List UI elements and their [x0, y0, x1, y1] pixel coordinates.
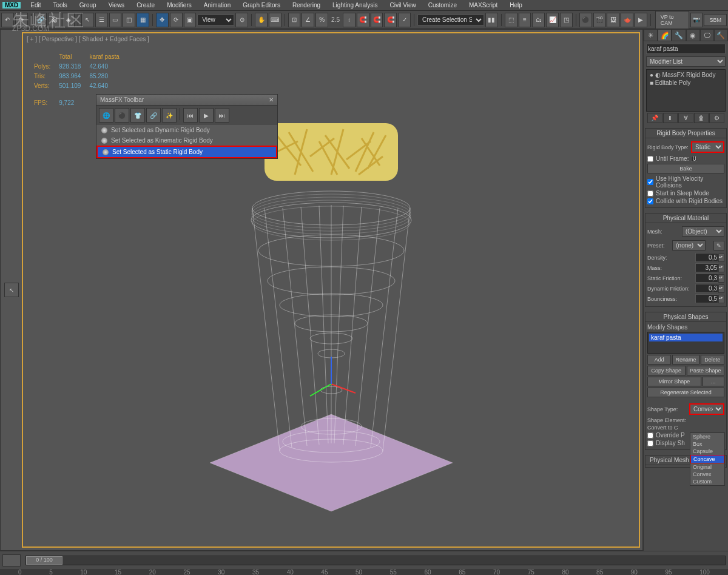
rename-shape-button[interactable]: Rename — [672, 355, 699, 365]
align-button[interactable]: ⬚ — [505, 13, 517, 27]
schematic-button[interactable]: ◳ — [560, 13, 573, 27]
vp-to-cam-button[interactable]: VP to CAM — [655, 11, 689, 29]
bake-button[interactable]: Bake — [647, 164, 724, 173]
render-button[interactable]: ▶ — [635, 13, 647, 27]
opt-box[interactable]: Box — [690, 440, 724, 448]
menu-group[interactable]: Group — [73, 1, 103, 10]
stack-unique-button[interactable]: ∀ — [678, 113, 693, 123]
ps-section-header[interactable]: Physical Shapes — [645, 312, 726, 322]
magnet2-button[interactable]: 🧲 — [371, 13, 383, 27]
modifier-list-dropdown[interactable]: Modifier List — [646, 56, 726, 67]
layers-button[interactable]: ≡ — [519, 13, 531, 27]
massfx-world-button[interactable]: 🌐 — [99, 108, 113, 123]
time-slider-thumb[interactable]: 0 / 100 — [26, 556, 62, 565]
sleep-checkbox[interactable] — [647, 190, 653, 197]
stack-show-button[interactable]: Ⅱ — [663, 113, 678, 123]
menu-animation[interactable]: Animation — [198, 1, 237, 10]
opt-convex[interactable]: Convex — [690, 471, 724, 478]
massfx-reset-button[interactable]: ⏮ — [183, 108, 198, 123]
sbm-button[interactable]: SBM — [704, 14, 727, 26]
massfx-kinematic-item[interactable]: Set Selected as Kinematic Rigid Body — [96, 135, 277, 146]
massfx-step-button[interactable]: ⏭ — [215, 108, 229, 123]
dynamic-friction-input[interactable] — [695, 284, 718, 293]
menu-modifiers[interactable]: Modifiers — [161, 1, 198, 10]
menu-customize[interactable]: Customize — [422, 1, 463, 10]
regenerate-button[interactable]: Regenerate Selected — [647, 388, 724, 397]
modify-tab[interactable]: 🌈 — [658, 29, 672, 41]
shapes-list[interactable]: karaf pasta — [647, 332, 724, 354]
curve-editor-button[interactable]: 📈 — [546, 13, 559, 27]
hierarchy-tab[interactable]: 🔧 — [672, 29, 686, 41]
mirror-options-button[interactable]: ... — [703, 377, 724, 386]
menu-civil[interactable]: Civil View — [384, 1, 422, 10]
opt-custom[interactable]: Custom — [690, 478, 724, 485]
render-frame-button[interactable]: 🖼 — [607, 13, 619, 27]
massfx-ragdoll-button[interactable]: ✨ — [162, 108, 177, 123]
stack-pin-button[interactable]: 📌 — [647, 113, 662, 123]
stack-config-button[interactable]: ⚙ — [709, 113, 724, 123]
time-slider[interactable]: 0 / 100 — [25, 556, 726, 565]
massfx-rigid-button[interactable]: ⚫ — [115, 108, 129, 123]
menu-create[interactable]: Create — [130, 1, 161, 10]
material-button[interactable]: ⚫ — [579, 13, 592, 27]
magnet-button[interactable]: 🧲 — [357, 13, 369, 27]
mesh-dropdown[interactable]: (Object) — [682, 226, 724, 237]
move-button[interactable]: ✥ — [156, 13, 169, 27]
paste-shape-button[interactable]: Paste Shape — [687, 366, 725, 375]
menu-lighting[interactable]: Lighting Analysis — [326, 1, 384, 10]
spellcheck-button[interactable]: ✓ — [398, 13, 411, 27]
stack-item-rigidbody[interactable]: ● ◐ MassFX Rigid Body — [648, 71, 724, 79]
override-checkbox[interactable] — [647, 432, 653, 439]
massfx-cloth-button[interactable]: 👕 — [130, 108, 145, 123]
pivot-button[interactable]: ⊙ — [235, 13, 248, 27]
snap-percent-button[interactable]: % — [315, 13, 328, 27]
vp-tool-1[interactable]: ↖ — [4, 283, 19, 297]
preset-edit-button[interactable]: ✎ — [713, 241, 724, 251]
timeline-toggle[interactable] — [2, 554, 21, 567]
render-setup-button[interactable]: 🎬 — [593, 13, 606, 27]
opt-sphere[interactable]: Sphere — [690, 433, 724, 440]
window-crossing-button[interactable]: ◫ — [123, 13, 135, 27]
collide-checkbox[interactable] — [647, 198, 653, 204]
menu-graph-editors[interactable]: Graph Editors — [237, 1, 286, 10]
until-frame-checkbox[interactable] — [647, 156, 653, 162]
opt-capsule[interactable]: Capsule — [690, 448, 724, 455]
modifier-stack[interactable]: ● ◐ MassFX Rigid Body ■ Editable Poly — [646, 69, 726, 112]
bounciness-input[interactable] — [695, 294, 718, 303]
region-button[interactable]: ▭ — [109, 13, 122, 27]
snap-button[interactable]: ⊡ — [288, 13, 301, 27]
menu-views[interactable]: Views — [103, 1, 131, 10]
mirror-shape-button[interactable]: Mirror Shape — [647, 377, 701, 386]
menu-tools[interactable]: Tools — [47, 1, 73, 10]
menu-edit[interactable]: Edit — [24, 1, 47, 10]
hivel-checkbox[interactable] — [647, 179, 653, 185]
massfx-close-button[interactable]: ✕ — [269, 96, 274, 103]
utilities-tab[interactable]: 🔨 — [714, 29, 728, 41]
rotate-button[interactable]: ⟳ — [170, 13, 183, 27]
mass-input[interactable] — [695, 263, 718, 272]
menu-rendering[interactable]: Rendering — [286, 1, 326, 10]
viewport[interactable]: ↖ [ + ] [ Perspective ] [ Shaded + Edged… — [0, 29, 643, 551]
copy-shape-button[interactable]: Copy Shape — [647, 366, 686, 375]
create-tab[interactable]: ✳ — [644, 29, 658, 41]
mirror-button[interactable]: ▮▮ — [485, 13, 498, 27]
massfx-dynamic-item[interactable]: Set Selected as Dynamic Rigid Body — [96, 125, 277, 135]
static-friction-input[interactable] — [695, 274, 718, 283]
snap-spinner-button[interactable]: ↕ — [343, 13, 356, 27]
until-frame-input[interactable] — [691, 156, 697, 162]
massfx-static-item[interactable]: Set Selected as Static Rigid Body — [96, 146, 277, 158]
add-shape-button[interactable]: Add — [647, 355, 671, 365]
scale-button[interactable]: ▣ — [184, 13, 197, 27]
ref-coord-dropdown[interactable]: View — [197, 15, 234, 25]
manipulate-button[interactable]: ✋ — [255, 13, 268, 27]
stack-item-editpoly[interactable]: ■ Editable Poly — [648, 79, 724, 87]
snap-angle-button[interactable]: ∠ — [302, 13, 314, 27]
opt-concave[interactable]: Concave — [690, 455, 724, 463]
layer-manager-button[interactable]: 🗂 — [532, 13, 545, 27]
shape-type-dropdown[interactable]: Convex — [689, 403, 724, 415]
viewport-label[interactable]: [ + ] [ Perspective ] [ Shaded + Edged F… — [27, 36, 149, 42]
motion-tab[interactable]: ◉ — [686, 29, 700, 41]
filter-button[interactable]: ▦ — [136, 13, 149, 27]
massfx-constraint-button[interactable]: 🔗 — [146, 108, 161, 123]
menu-maxscript[interactable]: MAXScript — [463, 1, 504, 10]
